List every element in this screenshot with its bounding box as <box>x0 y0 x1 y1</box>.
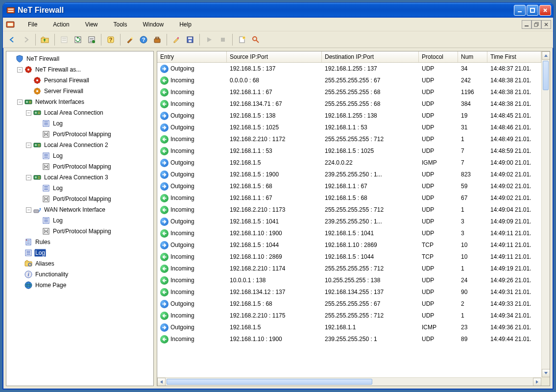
wizard-button[interactable] <box>123 33 136 46</box>
tree-node[interactable]: Log <box>35 118 153 129</box>
tree-node[interactable]: Rules <box>17 237 153 247</box>
tree-node[interactable]: Home Page <box>17 280 153 291</box>
tree-node[interactable]: Port/Protocol Mapping <box>35 161 153 172</box>
tree-node[interactable]: Log <box>35 215 153 226</box>
column-header-entry[interactable]: Entry <box>157 51 227 62</box>
log-row[interactable]: Incoming0.0.0.0 : 68255.255.255.255 : 67… <box>157 74 550 86</box>
log-row[interactable]: Outgoing192.168.1.5 : 137192.168.1.255 :… <box>157 63 550 74</box>
log-row[interactable]: Incoming192.168.134.71 : 67255.255.255.2… <box>157 98 550 110</box>
tree-node[interactable]: −NeT Firewall as... <box>17 64 153 75</box>
tree-node[interactable]: −Local Area Connection 3 <box>26 172 153 183</box>
log-row[interactable]: Incoming192.168.1.1 : 67192.168.1.5 : 68… <box>157 192 550 204</box>
edit-button[interactable] <box>170 33 183 46</box>
horizontal-scrollbar[interactable] <box>157 377 541 386</box>
menu-window[interactable]: Window <box>136 19 171 30</box>
vertical-scroll-thumb[interactable] <box>543 61 549 90</box>
maximize-button[interactable] <box>527 5 538 16</box>
log-row[interactable]: Incoming192.168.1.10 : 2869192.168.1.5 :… <box>157 251 550 263</box>
column-header-dest[interactable]: Destination IP:Port <box>322 51 419 62</box>
menu-tools[interactable]: Tools <box>106 19 135 30</box>
toolbox-button[interactable] <box>151 33 164 46</box>
stop-button[interactable] <box>217 33 229 46</box>
log-row[interactable]: Incoming192.168.134.12 : 137192.168.134.… <box>157 286 550 298</box>
log-row[interactable]: Incoming10.0.0.1 : 13810.255.255.255 : 1… <box>157 274 550 286</box>
column-header-protocol[interactable]: Protocol <box>419 51 458 62</box>
scroll-down-button[interactable] <box>542 369 550 377</box>
menu-help[interactable]: Help <box>172 19 199 30</box>
save-button[interactable] <box>184 33 196 46</box>
about-button[interactable]: ? <box>137 33 150 46</box>
vertical-scrollbar[interactable] <box>541 51 550 377</box>
new-document-button[interactable] <box>236 33 248 46</box>
log-row[interactable]: Outgoing192.168.1.5 : 1025192.168.1.1 : … <box>157 122 550 133</box>
menu-file[interactable]: File <box>21 19 45 30</box>
tree-node[interactable]: NeT Firewall <box>8 53 153 64</box>
list-body[interactable]: Outgoing192.168.1.5 : 137192.168.1.255 :… <box>157 63 550 386</box>
tree-expander-icon[interactable]: − <box>26 175 31 180</box>
log-row[interactable]: Outgoing192.168.1.5 : 1044192.168.1.10 :… <box>157 239 550 251</box>
tree-node[interactable]: −WAN Network Interface <box>26 204 153 215</box>
log-row[interactable]: Incoming192.168.2.210 : 1174255.255.255.… <box>157 263 550 274</box>
refresh-button[interactable] <box>72 33 84 46</box>
tree-node[interactable]: −Network Interfaces <box>17 97 153 107</box>
export-list-button[interactable] <box>85 33 98 46</box>
tree-expander-icon[interactable]: − <box>26 143 31 148</box>
tree-node[interactable]: Log <box>17 247 153 258</box>
log-row[interactable]: Outgoing192.168.1.5192.168.1.1ICMP2314:4… <box>157 321 550 333</box>
log-row[interactable]: Outgoing192.168.1.5 : 1900239.255.255.25… <box>157 169 550 180</box>
log-row[interactable]: Incoming192.168.1.10 : 1900192.168.1.5 :… <box>157 227 550 239</box>
scroll-right-button[interactable] <box>533 378 541 386</box>
menu-action[interactable]: Action <box>46 19 76 30</box>
tree-expander-icon[interactable]: − <box>26 207 31 213</box>
column-header-source[interactable]: Source IP:Port <box>227 51 322 62</box>
log-row[interactable]: Outgoing192.168.1.5 : 138192.168.1.255 :… <box>157 110 550 122</box>
log-row[interactable]: Incoming192.168.2.210 : 1175255.255.255.… <box>157 310 550 321</box>
tree-node[interactable]: Log <box>35 183 153 194</box>
log-row[interactable]: Incoming192.168.2.210 : 1173255.255.255.… <box>157 204 550 216</box>
horizontal-scroll-thumb[interactable] <box>167 379 372 385</box>
menu-view[interactable]: View <box>78 19 105 30</box>
help-button[interactable]: ? <box>104 33 117 46</box>
tree-view[interactable]: NeT Firewall−NeT Firewall as...Personal … <box>6 51 154 386</box>
mdi-restore-button[interactable] <box>532 20 541 29</box>
tree-expander-icon[interactable]: − <box>17 99 23 105</box>
tree-node[interactable]: iFunctionality <box>17 269 153 280</box>
tree-node[interactable]: Port/Protocol Mapping <box>35 226 153 237</box>
tree-node[interactable]: Port/Protocol Mapping <box>35 194 153 204</box>
up-folder-button[interactable] <box>39 33 51 46</box>
play-button[interactable] <box>203 33 216 46</box>
tree-expander-icon[interactable]: − <box>17 67 23 73</box>
tree-node[interactable]: Aliases <box>17 258 153 269</box>
log-row[interactable]: Outgoing192.168.1.5 : 68255.255.255.255 … <box>157 298 550 310</box>
scroll-up-button[interactable] <box>542 51 550 60</box>
log-row[interactable]: Outgoing192.168.1.5 : 68192.168.1.1 : 67… <box>157 180 550 192</box>
log-row[interactable]: Outgoing192.168.1.5 : 1041239.255.255.25… <box>157 216 550 227</box>
tree-node[interactable]: Server Firewall <box>26 86 153 97</box>
mdi-minimize-button[interactable] <box>522 20 532 29</box>
column-header-time[interactable]: Time First <box>487 51 541 62</box>
tree-node[interactable]: −Local Area Connection 2 <box>26 140 153 150</box>
minimize-button[interactable] <box>514 5 526 16</box>
mdi-close-button[interactable] <box>541 20 551 29</box>
column-header-num[interactable]: Num <box>458 51 487 62</box>
log-row[interactable]: Outgoing192.168.1.5224.0.0.22IGMP714:49:… <box>157 157 550 169</box>
forward-button[interactable] <box>20 33 32 46</box>
properties-button[interactable] <box>58 33 71 46</box>
log-row[interactable]: Incoming192.168.1.10 : 1900239.255.255.2… <box>157 333 550 345</box>
log-row[interactable]: Incoming192.168.1.1 : 67255.255.255.255 … <box>157 86 550 98</box>
tree-expander-icon[interactable]: − <box>26 110 31 116</box>
tree-node[interactable]: Personal Firewall <box>26 75 153 86</box>
find-button[interactable] <box>249 33 262 46</box>
close-button[interactable] <box>539 5 551 16</box>
titlebar[interactable]: NeT Firewall <box>3 3 553 18</box>
log-row[interactable]: Incoming192.168.1.1 : 53192.168.1.5 : 10… <box>157 145 550 157</box>
log-list-view[interactable]: EntrySource IP:PortDestination IP:PortPr… <box>157 51 550 386</box>
back-button[interactable] <box>6 33 19 46</box>
tree-node[interactable]: Port/Protocol Mapping <box>35 129 153 140</box>
scroll-left-button[interactable] <box>157 378 166 386</box>
tree-node[interactable]: Log <box>35 150 153 161</box>
cell-dest: 192.168.1.5 : 1044 <box>322 253 419 260</box>
gear-red-icon <box>33 76 41 84</box>
log-row[interactable]: Incoming192.168.2.210 : 1172255.255.255.… <box>157 133 550 145</box>
tree-node[interactable]: −Local Area Connection <box>26 107 153 118</box>
